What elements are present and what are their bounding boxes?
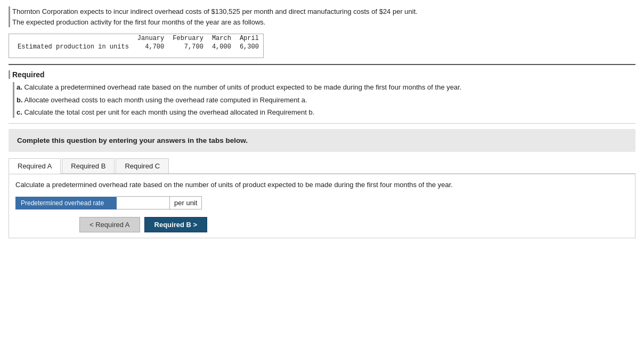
- table-data-row: Estimated production in units 4,700 7,70…: [13, 43, 263, 51]
- requirement-c: c. Calculate the total cost per unit for…: [17, 107, 635, 118]
- val-february: 7,700: [168, 43, 208, 51]
- next-arrow-icon: [191, 221, 197, 229]
- overhead-input[interactable]: [117, 196, 170, 209]
- table-header-row: January February March April: [13, 34, 263, 43]
- tab-required-b[interactable]: Required B: [62, 158, 115, 173]
- req-a-text: Calculate a predetermined overhead rate …: [24, 83, 461, 91]
- tab-required-a[interactable]: Required A: [9, 158, 61, 174]
- table-empty-cell: [13, 34, 133, 43]
- tab-description: Calculate a predetermined overhead rate …: [15, 180, 629, 190]
- req-a-label: a.: [17, 83, 22, 91]
- val-april: 6,300: [235, 43, 263, 51]
- page-container: Thornton Corporation expects to incur in…: [0, 0, 644, 245]
- prev-button-label: Required A: [95, 221, 129, 229]
- col-header-january: January: [133, 34, 168, 43]
- req-b-label: b.: [17, 96, 23, 104]
- prev-button[interactable]: Required A: [79, 217, 140, 232]
- production-table: January February March April Estimated p…: [13, 34, 263, 51]
- col-header-february: February: [168, 34, 208, 43]
- tab-required-a-label: Required A: [18, 162, 52, 170]
- req-c-text: Calculate the total cost per unit for ea…: [24, 108, 314, 116]
- overhead-row: Predetermined overhead rate per unit: [15, 196, 629, 209]
- next-button[interactable]: Required B: [144, 217, 208, 232]
- requirement-a: a. Calculate a predetermined overhead ra…: [17, 82, 635, 93]
- required-header: Required: [9, 70, 635, 79]
- intro-text: Thornton Corporation expects to incur in…: [9, 6, 635, 27]
- tab-required-b-label: Required B: [71, 162, 105, 170]
- complete-box-text: Complete this question by entering your …: [17, 136, 248, 144]
- col-header-april: April: [235, 34, 263, 43]
- requirement-b: b. Allocate overhead costs to each month…: [17, 95, 635, 106]
- val-january: 4,700: [133, 43, 168, 51]
- production-table-wrapper: January February March April Estimated p…: [9, 34, 264, 58]
- tab-content-area: Calculate a predetermined overhead rate …: [9, 174, 635, 239]
- req-c-label: c.: [17, 108, 22, 116]
- overhead-label: Predetermined overhead rate: [15, 197, 117, 209]
- tab-required-c[interactable]: Required C: [116, 158, 169, 173]
- intro-line1: Thornton Corporation expects to incur in…: [12, 7, 418, 15]
- row-label: Estimated production in units: [13, 43, 133, 51]
- prev-arrow-icon: [89, 221, 95, 229]
- nav-buttons: Required A Required B: [79, 217, 629, 232]
- intro-line2: The expected production activity for the…: [12, 18, 265, 26]
- complete-box: Complete this question by entering your …: [9, 129, 635, 152]
- overhead-unit: per unit: [170, 196, 202, 209]
- col-header-march: March: [208, 34, 235, 43]
- required-section: Required a. Calculate a predetermined ov…: [9, 70, 635, 118]
- next-button-label: Required B: [154, 221, 191, 229]
- section-divider-1: [9, 123, 635, 124]
- requirements-list: a. Calculate a predetermined overhead ra…: [13, 82, 635, 118]
- table-divider: [9, 64, 635, 65]
- tab-required-c-label: Required C: [125, 162, 160, 170]
- tabs-container: Required A Required B Required C: [9, 158, 635, 174]
- req-b-text: Allocate overhead costs to each month us…: [24, 96, 307, 104]
- val-march: 4,000: [208, 43, 235, 51]
